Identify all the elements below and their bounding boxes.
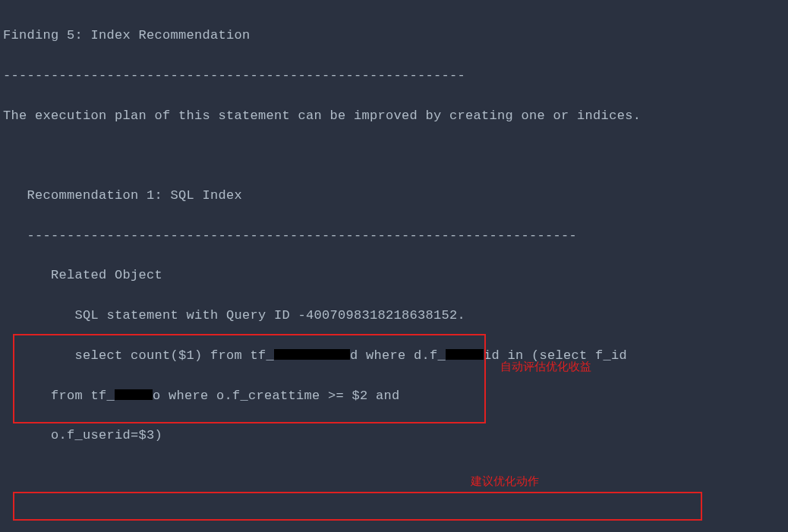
recommendation-title: Recommendation 1: SQL Index (3, 186, 785, 206)
blank-line (3, 506, 785, 526)
sql-line-1: select count($1) from tf_d where d.f_id … (3, 346, 785, 366)
finding-description: The execution plan of this statement can… (3, 106, 785, 126)
separator-2: ----------------------------------------… (3, 226, 785, 246)
finding-title: Finding 5: Index Recommendation (3, 26, 785, 46)
annotation-action-label: 建议优化动作 (471, 472, 539, 490)
annotation-benefit-label: 自动评估优化收益 (500, 357, 591, 375)
redacted-text (446, 349, 484, 360)
separator-1: ----------------------------------------… (3, 66, 785, 86)
related-object-label: Related Object (3, 266, 785, 285)
redacted-text (115, 389, 153, 400)
sql-line-3: o.f_userid=$3) (3, 426, 785, 445)
sql-query-id: SQL statement with Query ID -40070983182… (3, 306, 785, 326)
terminal-output: Finding 5: Index Recommendation --------… (3, 6, 785, 532)
redacted-text (274, 349, 350, 360)
sql-line-2: from tf_o where o.f_creattime >= $2 and (3, 386, 785, 406)
blank-line (3, 466, 785, 486)
blank-line (3, 146, 785, 165)
